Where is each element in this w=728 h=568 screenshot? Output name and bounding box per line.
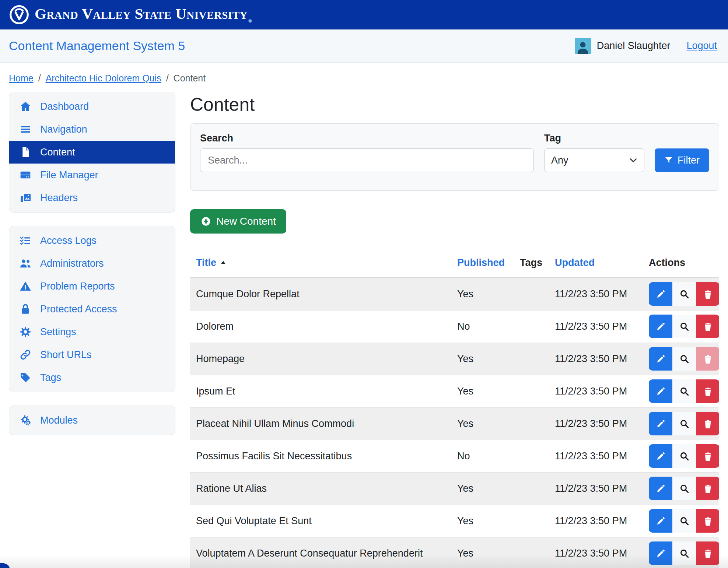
row-tags [514, 440, 549, 472]
edit-button[interactable] [649, 477, 672, 500]
sidebar-item-settings[interactable]: Settings [9, 320, 175, 343]
table-row: Ipsum Et Yes 11/2/23 3:50 PM [190, 375, 719, 407]
row-actions [649, 509, 719, 533]
column-header-tags: Tags [514, 253, 549, 278]
avatar [575, 38, 591, 54]
breadcrumb-home-link[interactable]: Home [9, 73, 34, 84]
sidebar-item-label: Access Logs [40, 235, 97, 246]
row-published: Yes [451, 505, 514, 537]
magnifier-icon [679, 484, 689, 494]
sidebar-item-content[interactable]: Content [9, 141, 175, 164]
sidebar-item-headers[interactable]: Headers [9, 186, 175, 209]
edit-button[interactable] [649, 379, 672, 403]
edit-button[interactable] [649, 541, 672, 565]
view-button[interactable] [672, 444, 696, 468]
row-actions-cell [643, 505, 719, 537]
row-updated: 11/2/23 3:50 PM [549, 472, 643, 505]
view-button[interactable] [672, 477, 696, 500]
delete-button[interactable] [696, 412, 719, 435]
row-published: Yes [451, 537, 514, 568]
row-published: Yes [451, 472, 514, 505]
sidebar-item-dashboard[interactable]: Dashboard [9, 95, 175, 118]
row-actions [649, 541, 719, 565]
view-button[interactable] [672, 509, 696, 533]
row-updated: 11/2/23 3:50 PM [549, 278, 643, 310]
user-area: Daniel Slaughter Logout [575, 38, 717, 54]
row-actions [649, 412, 719, 435]
trash-icon [703, 516, 713, 526]
sidebar-item-protected-access[interactable]: Protected Access [9, 298, 175, 320]
logout-link[interactable]: Logout [686, 40, 717, 52]
row-tags [514, 472, 549, 505]
sidebar-item-administrators[interactable]: Administrators [9, 252, 175, 275]
trash-icon [703, 451, 713, 461]
content-table: Title Published Tags Updated Actions Cum… [190, 253, 719, 568]
view-button[interactable] [672, 541, 696, 565]
sidebar-item-label: Short URLs [40, 349, 92, 361]
edit-button[interactable] [649, 509, 672, 533]
delete-button [696, 347, 719, 371]
home-icon [20, 101, 31, 112]
breadcrumb-section-link[interactable]: Architecto Hic Dolorem Quis [46, 73, 161, 84]
trash-icon [703, 322, 713, 332]
sidebar-item-tags[interactable]: Tags [9, 366, 175, 389]
sidebar-item-label: Headers [40, 192, 78, 204]
view-button[interactable] [672, 412, 696, 435]
delete-button[interactable] [696, 509, 719, 533]
column-header-updated[interactable]: Updated [549, 253, 643, 278]
delete-button[interactable] [696, 379, 719, 403]
hdd-icon [20, 169, 31, 181]
magnifier-icon [679, 516, 689, 526]
breadcrumb-separator: / [38, 73, 41, 84]
tag-label: Tag [544, 133, 644, 144]
trash-icon [703, 289, 713, 299]
row-published: Yes [451, 343, 514, 375]
delete-button[interactable] [696, 444, 719, 468]
edit-button[interactable] [649, 315, 672, 338]
tag-select[interactable]: Any [544, 148, 644, 172]
magnifier-icon [679, 386, 689, 396]
plus-circle-icon [200, 216, 211, 227]
sidebar-item-access-logs[interactable]: Access Logs [9, 229, 175, 252]
sidebar-item-label: Settings [40, 326, 76, 338]
edit-button[interactable] [649, 412, 672, 435]
row-title: Voluptatem A Deserunt Consequatur Repreh… [190, 537, 451, 568]
sidebar-item-file-manager[interactable]: File Manager [9, 164, 175, 186]
filter-button[interactable]: Filter [655, 148, 709, 172]
sidebar-item-label: File Manager [40, 169, 98, 181]
registered-mark: ® [248, 18, 252, 24]
column-header-title[interactable]: Title [190, 253, 451, 278]
sidebar-item-navigation[interactable]: Navigation [9, 118, 175, 141]
edit-button[interactable] [649, 347, 672, 371]
view-button[interactable] [672, 379, 696, 403]
magnifier-icon [679, 354, 689, 364]
page-title: Content [190, 94, 719, 115]
column-header-published[interactable]: Published [451, 253, 514, 278]
gear-icon [20, 326, 31, 338]
row-actions-cell [643, 375, 719, 407]
row-title: Homepage [190, 343, 451, 375]
university-wordmark: Grand Valley State University® [35, 6, 252, 23]
sidebar-item-problem-reports[interactable]: Problem Reports [9, 275, 175, 298]
sidebar-item-modules[interactable]: Modules [9, 409, 175, 432]
view-button[interactable] [672, 315, 696, 338]
delete-button[interactable] [696, 315, 719, 338]
content-table-body: Cumque Dolor Repellat Yes 11/2/23 3:50 P… [190, 278, 719, 568]
sidebar-group-2: Access Logs Administrators Problem Repor… [9, 226, 175, 392]
new-content-button[interactable]: New Content [190, 209, 286, 234]
row-actions-cell [643, 472, 719, 505]
view-button[interactable] [672, 347, 696, 371]
delete-button[interactable] [696, 282, 719, 306]
sidebar-item-short-urls[interactable]: Short URLs [9, 343, 175, 366]
edit-button[interactable] [649, 444, 672, 468]
delete-button[interactable] [696, 541, 719, 565]
delete-button[interactable] [696, 477, 719, 500]
row-tags [514, 375, 549, 407]
view-button[interactable] [672, 282, 696, 306]
row-updated: 11/2/23 3:50 PM [549, 505, 643, 537]
edit-button[interactable] [649, 282, 672, 306]
row-published: No [451, 310, 514, 343]
search-input[interactable] [200, 148, 534, 172]
column-label: Updated [555, 257, 595, 268]
tag-select-wrap: Any [544, 148, 644, 172]
